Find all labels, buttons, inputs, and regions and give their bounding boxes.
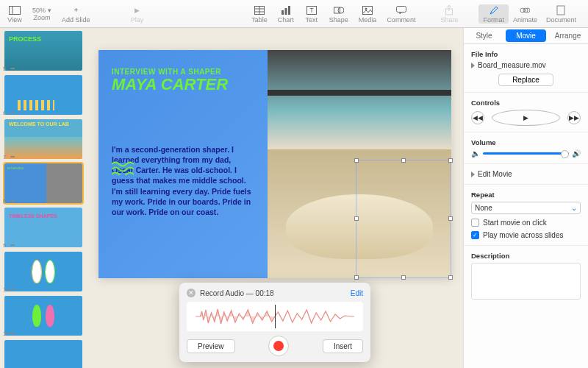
- slide-thumb-12[interactable]: [4, 340, 82, 368]
- forward-button[interactable]: ▶▶: [567, 111, 581, 124]
- play-button[interactable]: ▶: [492, 110, 560, 126]
- toolbar-play-label: Play: [131, 16, 144, 24]
- close-icon[interactable]: ✕: [187, 289, 196, 297]
- toolbar-comment[interactable]: Comment: [387, 4, 415, 24]
- start-on-click-row[interactable]: Start movie on click: [471, 219, 581, 227]
- slide-thumb-6[interactable]: 6•••: [4, 75, 82, 115]
- controls-section: Controls ◀◀ ▶ ▶▶: [464, 93, 588, 132]
- play-across-row[interactable]: ✓Play movie across slides: [471, 231, 581, 239]
- record-button[interactable]: [268, 336, 289, 356]
- toolbar-add-slide-label: Add Slide: [62, 16, 90, 24]
- toolbar-format-label: Format: [483, 16, 504, 24]
- svg-rect-20: [557, 6, 564, 15]
- resize-handle[interactable]: [354, 158, 359, 163]
- edit-movie-disclosure[interactable]: Edit Movie: [471, 170, 581, 178]
- slide-thumb-5[interactable]: 5•••: [4, 31, 82, 71]
- slide-media-panel: [268, 50, 451, 278]
- svg-rect-15: [396, 6, 406, 12]
- checkbox[interactable]: ✓: [471, 231, 479, 239]
- slide-thumb-11[interactable]: 11•••: [4, 296, 82, 336]
- toolbar-shape[interactable]: Shape: [329, 4, 348, 24]
- slide-heading[interactable]: MAYA CARTER: [112, 77, 254, 93]
- tab-movie[interactable]: Movie: [506, 29, 546, 42]
- toolbar-media-label: Media: [359, 16, 377, 24]
- zoom-value: 50%: [32, 7, 46, 14]
- document-icon: [553, 4, 568, 16]
- toolbar-chart[interactable]: Chart: [278, 4, 294, 24]
- slide-thumb-9[interactable]: 9•••: [4, 208, 82, 247]
- svg-rect-0: [10, 6, 21, 14]
- current-slide[interactable]: INTERVIEW WITH A SHAPER MAYA CARTER I'm …: [98, 50, 451, 278]
- slide-thumb-7[interactable]: 7•••: [4, 119, 82, 159]
- resize-handle[interactable]: [354, 275, 359, 280]
- file-info-section: File Info Board_measure.mov Replace: [464, 44, 588, 93]
- toolbar-shape-label: Shape: [329, 16, 348, 24]
- play-icon: ▶: [130, 4, 145, 16]
- svg-text:T: T: [309, 7, 314, 14]
- repeat-select[interactable]: None⌄: [471, 202, 581, 214]
- volume-section: Volume 🔈 🔊: [464, 132, 588, 164]
- replace-button[interactable]: Replace: [498, 74, 553, 86]
- toolbar-add-slide[interactable]: ＋ Add Slide: [62, 4, 90, 24]
- text-icon: T: [304, 4, 319, 16]
- toolbar-zoom[interactable]: 50%▾ Zoom: [32, 7, 51, 21]
- volume-slider[interactable]: [483, 152, 569, 155]
- toolbar-format[interactable]: Format: [478, 4, 509, 24]
- checkbox[interactable]: [471, 219, 479, 227]
- resize-handle[interactable]: [401, 275, 406, 280]
- toolbar-animate[interactable]: Animate: [509, 4, 542, 24]
- description-textarea[interactable]: [471, 263, 581, 300]
- toolbar-text[interactable]: TText: [304, 4, 319, 24]
- repeat-label: Repeat: [471, 191, 581, 199]
- chart-icon: [279, 4, 293, 16]
- comment-icon: [394, 4, 409, 16]
- toolbar-document[interactable]: Document: [542, 4, 581, 24]
- resize-handle[interactable]: [354, 216, 359, 221]
- toolbar-view[interactable]: View: [7, 4, 22, 24]
- resize-handle[interactable]: [448, 216, 453, 221]
- slide-text-panel[interactable]: INTERVIEW WITH A SHAPER MAYA CARTER I'm …: [98, 50, 268, 278]
- resize-handle[interactable]: [401, 158, 406, 163]
- controls-label: Controls: [471, 99, 581, 107]
- tab-arrange[interactable]: Arrange: [548, 28, 588, 43]
- edit-movie-section: Edit Movie: [464, 164, 588, 185]
- toolbar-document-label: Document: [546, 16, 576, 24]
- slide-navigator[interactable]: 5••• 6••• 7••• 8••• 9••• 10••• 11•••: [0, 28, 87, 368]
- slide-canvas[interactable]: INTERVIEW WITH A SHAPER MAYA CARTER I'm …: [87, 28, 463, 368]
- toolbar-play[interactable]: ▶ Play: [130, 4, 145, 24]
- view-icon: [7, 4, 22, 16]
- insert-button[interactable]: Insert: [323, 339, 363, 353]
- edit-button[interactable]: Edit: [351, 289, 363, 297]
- disclosure-triangle-icon[interactable]: [471, 63, 475, 68]
- slide-image-top[interactable]: [268, 50, 451, 149]
- toolbar-table[interactable]: Table: [251, 4, 268, 24]
- repeat-section: Repeat None⌄ Start movie on click ✓Play …: [464, 185, 588, 246]
- toolbar-share[interactable]: Share: [440, 4, 458, 24]
- preview-button[interactable]: Preview: [187, 339, 235, 353]
- share-icon: [442, 4, 456, 16]
- media-icon: [360, 4, 375, 16]
- slide-thumb-10[interactable]: 10•••: [4, 252, 82, 291]
- movie-filename: Board_measure.mov: [478, 61, 546, 69]
- slide-body-text[interactable]: I'm a second-generation shaper. I learne…: [112, 144, 254, 217]
- resize-handle[interactable]: [448, 275, 453, 280]
- toolbar-chart-label: Chart: [278, 16, 294, 24]
- file-info-label: File Info: [471, 50, 581, 58]
- slide-thumb-8[interactable]: 8•••: [4, 163, 82, 203]
- record-audio-popover[interactable]: ✕ Record Audio — 00:18 Edit Preview Inse…: [179, 283, 370, 362]
- svg-point-14: [365, 7, 368, 10]
- rewind-button[interactable]: ◀◀: [471, 111, 484, 124]
- svg-rect-8: [288, 6, 290, 15]
- description-label: Description: [471, 252, 581, 260]
- toolbar-view-label: View: [7, 16, 21, 24]
- resize-handle[interactable]: [448, 158, 453, 163]
- brush-icon: [487, 4, 501, 16]
- audio-waveform[interactable]: [187, 302, 363, 331]
- playhead[interactable]: [275, 305, 276, 328]
- volume-label: Volume: [471, 138, 581, 146]
- toolbar-media[interactable]: Media: [359, 4, 377, 24]
- volume-min-icon: 🔈: [471, 149, 480, 158]
- selection-outline: [356, 160, 451, 278]
- tab-style[interactable]: Style: [464, 28, 504, 43]
- toolbar-comment-label: Comment: [387, 16, 415, 24]
